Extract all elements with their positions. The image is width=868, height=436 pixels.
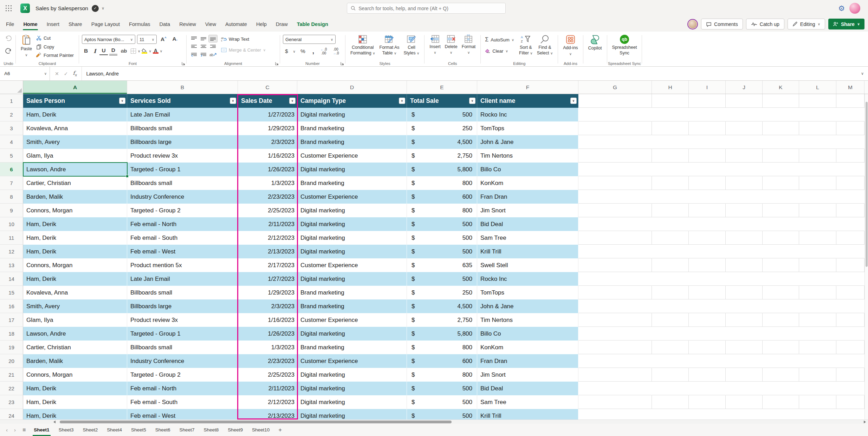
wrap-text-button[interactable]: abc Wrap Text bbox=[220, 36, 267, 42]
cell[interactable]: Brand marketing bbox=[297, 341, 407, 354]
cell[interactable]: 1/3/2023 bbox=[238, 176, 297, 190]
cell[interactable] bbox=[578, 149, 652, 163]
cell[interactable] bbox=[799, 217, 836, 231]
decrease-font-icon[interactable]: Aˇ bbox=[170, 35, 179, 44]
filter-button-icon[interactable]: ∨ bbox=[469, 98, 475, 104]
row-header-3[interactable]: 3 bbox=[0, 121, 23, 135]
font-color-button[interactable]: A bbox=[153, 48, 158, 54]
cell[interactable]: Sam Tree bbox=[477, 231, 578, 245]
cell[interactable] bbox=[763, 149, 799, 163]
cell[interactable] bbox=[763, 258, 799, 272]
row-header-8[interactable]: 8 bbox=[0, 190, 23, 204]
cell[interactable] bbox=[578, 121, 652, 135]
filter-button-icon[interactable]: ∨ bbox=[230, 98, 236, 104]
cell[interactable] bbox=[726, 231, 763, 245]
cell[interactable] bbox=[799, 327, 836, 341]
cell[interactable] bbox=[689, 368, 726, 382]
number-format-select[interactable]: General∨ bbox=[283, 35, 336, 44]
cell[interactable] bbox=[763, 217, 799, 231]
cell[interactable]: Jim Snort bbox=[477, 204, 578, 217]
cell[interactable]: 2/25/2023 bbox=[238, 368, 297, 382]
cell[interactable]: 2/17/2023 bbox=[238, 258, 297, 272]
filter-button-icon[interactable]: ∨ bbox=[570, 98, 577, 104]
cell[interactable] bbox=[763, 382, 799, 395]
font-name-select[interactable]: Aptos Narrow (Bo...∨ bbox=[82, 35, 135, 44]
cell[interactable]: Ham, Derik bbox=[23, 231, 127, 245]
cell[interactable] bbox=[836, 409, 864, 420]
cell[interactable] bbox=[799, 149, 836, 163]
cell[interactable]: 2/3/2023 bbox=[238, 299, 297, 313]
cell[interactable] bbox=[836, 368, 864, 382]
insert-function-icon[interactable]: fx bbox=[73, 70, 77, 77]
cell[interactable] bbox=[578, 163, 652, 176]
cell[interactable] bbox=[689, 94, 726, 108]
filter-button-icon[interactable]: ∨ bbox=[399, 98, 405, 104]
cell[interactable]: Ham, Derik bbox=[23, 217, 127, 231]
cell[interactable]: Feb email - South bbox=[127, 231, 238, 245]
cell[interactable] bbox=[763, 190, 799, 204]
menu-tab-formulas[interactable]: Formulas bbox=[124, 16, 155, 32]
table-column-header[interactable]: Client name∨ bbox=[477, 94, 578, 108]
cell[interactable]: 2/23/2023 bbox=[238, 190, 297, 204]
all-sheets-menu-icon[interactable]: ≡ bbox=[19, 427, 29, 433]
format-as-table-button[interactable]: Format AsTable ∨ bbox=[377, 34, 402, 57]
prev-sheet-icon[interactable]: ‹ bbox=[3, 427, 11, 433]
cell[interactable] bbox=[799, 190, 836, 204]
sheet-tab-sheet1[interactable]: Sheet1 bbox=[29, 424, 54, 436]
alignment-dialog-launcher-icon[interactable] bbox=[275, 62, 279, 65]
cell[interactable]: Ham, Derik bbox=[23, 409, 127, 420]
cell[interactable] bbox=[726, 341, 763, 354]
cell[interactable] bbox=[652, 286, 689, 299]
cell[interactable] bbox=[836, 286, 864, 299]
cell[interactable] bbox=[689, 258, 726, 272]
cell[interactable]: 1/29/2023 bbox=[238, 121, 297, 135]
cell[interactable]: $500 bbox=[407, 217, 477, 231]
cell[interactable] bbox=[689, 217, 726, 231]
cell[interactable]: Tim Nertons bbox=[477, 313, 578, 327]
cell[interactable]: Digital marketing bbox=[297, 327, 407, 341]
row-header-22[interactable]: 22 bbox=[0, 382, 23, 395]
cell[interactable]: Billboards small bbox=[127, 176, 238, 190]
column-header-E[interactable]: E bbox=[407, 81, 477, 94]
font-dialog-launcher-icon[interactable] bbox=[182, 62, 185, 65]
cell[interactable] bbox=[578, 272, 652, 286]
cell[interactable]: $250 bbox=[407, 286, 477, 299]
cell[interactable]: Late Jan Email bbox=[127, 272, 238, 286]
cell[interactable]: Swell Stell bbox=[477, 258, 578, 272]
strikethrough-button[interactable]: ab bbox=[119, 47, 129, 55]
cell[interactable] bbox=[726, 409, 763, 420]
row-header-20[interactable]: 20 bbox=[0, 354, 23, 368]
excel-app-icon[interactable]: X bbox=[20, 4, 30, 13]
row-header-24[interactable]: 24 bbox=[0, 409, 23, 420]
cell[interactable] bbox=[652, 245, 689, 258]
menu-tab-insert[interactable]: Insert bbox=[42, 16, 64, 32]
cell[interactable]: Billo Co bbox=[477, 327, 578, 341]
cell[interactable] bbox=[652, 176, 689, 190]
cell[interactable] bbox=[763, 286, 799, 299]
cell[interactable] bbox=[836, 327, 864, 341]
catch-up-button[interactable]: Catch up bbox=[746, 19, 784, 29]
cell[interactable] bbox=[763, 176, 799, 190]
cell[interactable] bbox=[799, 176, 836, 190]
cell[interactable] bbox=[763, 354, 799, 368]
horizontal-scrollbar-thumb[interactable] bbox=[60, 421, 452, 423]
menu-tab-draw[interactable]: Draw bbox=[271, 16, 292, 32]
cell[interactable] bbox=[652, 217, 689, 231]
user-avatar[interactable] bbox=[849, 3, 860, 14]
cell[interactable] bbox=[836, 176, 864, 190]
table-column-header[interactable]: Total Sale∨ bbox=[407, 94, 477, 108]
paste-button[interactable]: Paste∨ bbox=[19, 34, 34, 58]
cell[interactable] bbox=[836, 258, 864, 272]
cell[interactable] bbox=[763, 395, 799, 409]
sheet-tab-sheet2[interactable]: Sheet2 bbox=[78, 424, 102, 436]
cell[interactable]: Connors, Morgan bbox=[23, 204, 127, 217]
cell[interactable] bbox=[799, 94, 836, 108]
cell[interactable]: Billboards small bbox=[127, 121, 238, 135]
cell[interactable]: Targeted - Group 2 bbox=[127, 368, 238, 382]
merge-center-button[interactable]: Merge & Center∨ bbox=[220, 47, 267, 53]
row-header-21[interactable]: 21 bbox=[0, 368, 23, 382]
sheet-tab-sheet10[interactable]: Sheet10 bbox=[247, 424, 274, 436]
comments-button[interactable]: Comments bbox=[701, 19, 743, 29]
row-header-5[interactable]: 5 bbox=[0, 149, 23, 163]
cell[interactable] bbox=[763, 231, 799, 245]
